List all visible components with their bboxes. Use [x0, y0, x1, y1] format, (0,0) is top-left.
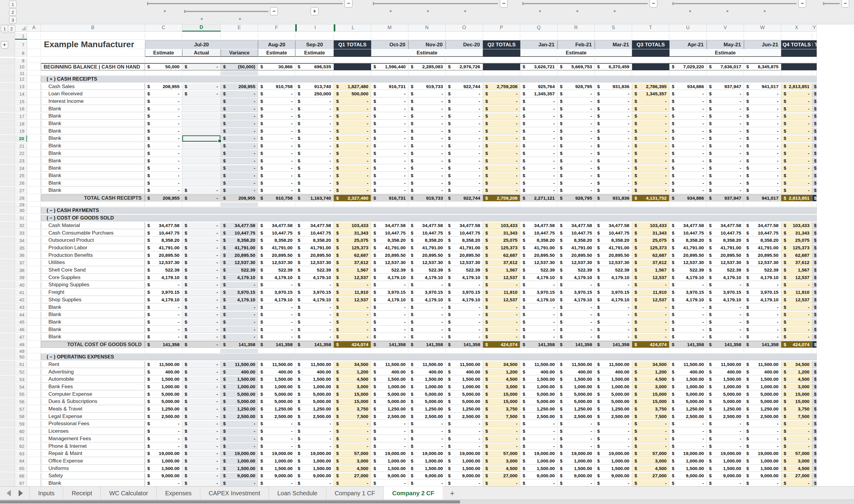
cell-I60[interactable]: $-	[295, 428, 334, 435]
scenario-subheader[interactable]: Estimate	[371, 49, 483, 57]
cell-Q39[interactable]: $4,179.10	[520, 274, 558, 281]
cell-R49[interactable]	[558, 349, 595, 353]
cell-N25[interactable]: $-	[408, 172, 446, 179]
cell-N34[interactable]: $8,358.20	[408, 237, 446, 244]
col-header-L[interactable]: L	[334, 24, 371, 32]
cell-F39[interactable]: $4,179.10	[258, 274, 295, 281]
cell-M54[interactable]: $1,000.00	[371, 383, 408, 390]
cell-M32[interactable]: $34,477.58	[371, 222, 408, 229]
row-label-40[interactable]: Shipping Supplies	[41, 282, 145, 288]
cell-S45[interactable]: $-	[595, 319, 632, 325]
cell-P51[interactable]: $34,500	[483, 361, 520, 368]
cell-U26[interactable]: $-	[669, 180, 707, 186]
cell-A48[interactable]	[27, 341, 41, 348]
row-header-23[interactable]: 23	[15, 158, 27, 164]
quarter-total-subheader[interactable]	[334, 49, 371, 57]
cell-N9[interactable]	[408, 58, 446, 63]
cell-A18[interactable]	[27, 120, 41, 127]
cell-R41[interactable]: $3,970.15	[558, 289, 595, 296]
cell-M42[interactable]: $4,179.10	[371, 296, 408, 303]
cell-D64[interactable]: $-	[182, 458, 221, 464]
cell-Y46[interactable]: $-	[812, 326, 817, 333]
cell-E23[interactable]: $-	[221, 158, 258, 164]
cell-D45[interactable]: $-	[182, 319, 221, 325]
cell-F63[interactable]: $19,000.00	[258, 450, 295, 457]
cell-M58[interactable]: $2,500.00	[371, 413, 408, 420]
cell-W61[interactable]: $-	[744, 435, 781, 442]
cell-D62[interactable]: $-	[182, 443, 221, 450]
month-header[interactable]: Aug-20	[258, 40, 295, 49]
cell-R58[interactable]: $2,500.00	[558, 413, 595, 420]
cell-U61[interactable]: $-	[669, 435, 707, 442]
cell-O63[interactable]: $19,000.00	[446, 450, 483, 457]
cell-E19[interactable]: $-	[221, 128, 258, 134]
cell-W18[interactable]: $-	[744, 120, 781, 127]
cell-U53[interactable]: $1,500.00	[669, 376, 707, 383]
cell-N14[interactable]: $-	[408, 91, 446, 97]
cell-U16[interactable]: $-	[669, 106, 707, 112]
cell-S40[interactable]: $-	[595, 282, 632, 288]
cell-E16[interactable]: $-	[221, 106, 258, 112]
cell-F44[interactable]: $-	[258, 311, 295, 318]
cell-Y49[interactable]	[812, 349, 817, 353]
cell-L42[interactable]: $12,537	[334, 296, 371, 303]
cell-A22[interactable]	[27, 150, 41, 157]
cell-D46[interactable]: $-	[182, 326, 221, 333]
cell-U32[interactable]: $34,477.58	[669, 222, 707, 229]
cell-Y16[interactable]: $-	[812, 106, 817, 112]
cell-P20[interactable]: $-	[483, 135, 520, 142]
cell-C45[interactable]: $-	[145, 319, 182, 325]
cell-Y41[interactable]: $47,642	[812, 289, 817, 296]
cell-Q52[interactable]: $400.00	[520, 369, 558, 375]
cell-A55[interactable]	[27, 391, 41, 398]
cell-S25[interactable]: $-	[595, 172, 632, 179]
cell-Q47[interactable]: $-	[520, 334, 558, 340]
cell-S21[interactable]: $-	[595, 143, 632, 149]
row-label-19[interactable]: Blank	[41, 128, 145, 134]
cell-A63[interactable]	[27, 450, 41, 457]
cell-N64[interactable]: $1,000.00	[408, 458, 446, 464]
row-header-1[interactable]: 1	[15, 33, 27, 40]
cell-Q25[interactable]: $-	[520, 172, 558, 179]
cell-W24[interactable]: $-	[744, 165, 781, 172]
cell-Y58[interactable]: $30,000	[812, 413, 817, 420]
row-label-56[interactable]: Dues & Subscriptions	[41, 398, 145, 405]
cell-M34[interactable]: $8,358.20	[371, 237, 408, 244]
cell-F38[interactable]: $522.39	[258, 267, 295, 273]
cell-D18[interactable]	[182, 120, 221, 127]
cell-Y67[interactable]: $-	[812, 480, 817, 487]
cell-A61[interactable]	[27, 435, 41, 442]
cell-E63[interactable]: $19,000.00	[221, 450, 258, 457]
cell-R65[interactable]: $1,500.00	[558, 465, 595, 472]
cell-F28[interactable]: $910,758	[258, 195, 295, 201]
row-outline-level-button[interactable]: 2	[8, 25, 15, 32]
cell-T46[interactable]: $-	[632, 326, 669, 333]
cell-Q34[interactable]: $8,358.20	[520, 237, 558, 244]
row-header-26[interactable]: 26	[15, 180, 27, 186]
cell-M52[interactable]: $400.00	[371, 369, 408, 375]
row-header-16[interactable]: 16	[15, 106, 27, 112]
quarter-total-subheader[interactable]	[812, 49, 817, 57]
cell-M46[interactable]: $-	[371, 326, 408, 333]
cell-V44[interactable]: $-	[707, 311, 744, 318]
cell-O46[interactable]: $-	[446, 326, 483, 333]
cell-N67[interactable]: $-	[408, 480, 446, 487]
row-header-60[interactable]: 60	[15, 428, 27, 435]
cell-X13[interactable]: $2,813,851	[781, 83, 812, 90]
cell-R61[interactable]: $-	[558, 435, 595, 442]
cell-D66[interactable]: $-	[182, 473, 221, 479]
cell-L25[interactable]: $-	[334, 172, 371, 179]
cell-V56[interactable]: $5,000.00	[707, 398, 744, 405]
cell-Y14[interactable]: $1,845,357	[812, 91, 817, 97]
cell-M25[interactable]: $-	[371, 172, 408, 179]
cell-V47[interactable]: $-	[707, 334, 744, 340]
cell-M67[interactable]: $-	[371, 480, 408, 487]
cell-U41[interactable]: $3,970.15	[669, 289, 707, 296]
cell-R43[interactable]: $-	[558, 304, 595, 311]
cell-C37[interactable]: $12,537.30	[145, 259, 182, 266]
cell-C20[interactable]: $-	[145, 135, 182, 142]
cell-S49[interactable]	[595, 349, 632, 353]
cell-W48[interactable]: $141,358	[744, 341, 781, 348]
cell-P19[interactable]: $-	[483, 128, 520, 134]
row-header-17[interactable]: 17	[15, 113, 27, 120]
